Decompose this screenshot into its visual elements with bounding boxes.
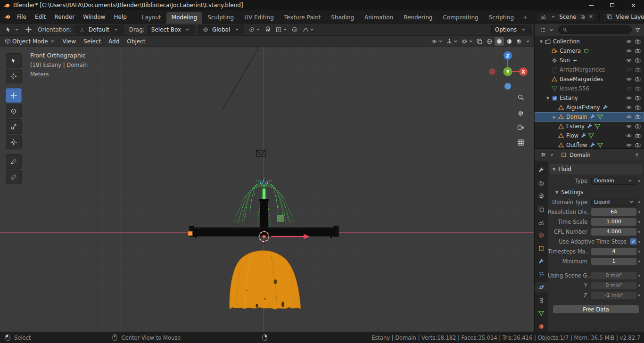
outliner-row-arriatmargarides[interactable]: ArriatMargarides bbox=[535, 65, 644, 74]
eye-icon[interactable] bbox=[625, 113, 633, 121]
eye-icon[interactable] bbox=[625, 132, 633, 139]
transform-space-dropdown[interactable]: Global bbox=[198, 25, 244, 34]
properties-tab-particles[interactable] bbox=[535, 270, 547, 280]
viewport-menu-view[interactable]: View bbox=[59, 37, 80, 46]
proportional-editing-button[interactable] bbox=[290, 25, 299, 34]
navigation-gizmo[interactable]: Z Y X bbox=[486, 50, 531, 95]
animate-dot[interactable] bbox=[636, 261, 642, 262]
viewport-menu-select[interactable]: Select bbox=[80, 37, 105, 46]
camera-render-icon[interactable] bbox=[634, 38, 642, 45]
menu-file[interactable]: File bbox=[13, 12, 31, 22]
resolution-div-field[interactable]: 64 bbox=[591, 208, 636, 216]
outliner-editor-dropdown[interactable] bbox=[537, 25, 556, 34]
fountain-pedestal[interactable] bbox=[260, 200, 268, 229]
mode-dropdown[interactable]: Object Mode bbox=[2, 37, 58, 46]
y-field[interactable]: 0 m/s² bbox=[591, 282, 636, 289]
outliner-row-sun[interactable]: Sun bbox=[535, 56, 644, 65]
shading-wireframe-toggle[interactable] bbox=[485, 37, 494, 46]
eye-off-icon[interactable] bbox=[625, 85, 633, 92]
outliner-row-basemargarides[interactable]: BaseMargarides bbox=[535, 74, 644, 84]
workspace-tab-animation[interactable]: Animation bbox=[359, 12, 398, 24]
animate-dot[interactable] bbox=[636, 180, 642, 182]
unlink-scene-icon[interactable]: ✕ bbox=[589, 14, 593, 20]
properties-tab-scene[interactable] bbox=[535, 217, 547, 228]
workspace-tab-sculpting[interactable]: Sculpting bbox=[202, 12, 239, 24]
eye-off-icon[interactable] bbox=[625, 66, 633, 74]
options-dropdown[interactable]: Options bbox=[491, 25, 531, 34]
properties-tab-output[interactable] bbox=[535, 191, 547, 201]
workspace-tab-compositing[interactable]: Compositing bbox=[438, 12, 483, 24]
gizmos-toggle[interactable] bbox=[445, 37, 459, 46]
eye-icon[interactable] bbox=[625, 75, 633, 83]
outliner-row-collection[interactable]: ▼Collection bbox=[535, 37, 644, 46]
toggle-ortho-button[interactable] bbox=[514, 136, 527, 149]
workspace-tab-layout[interactable]: Layout bbox=[137, 12, 166, 24]
tool-scale-button[interactable] bbox=[6, 119, 22, 134]
fluid-panel-header[interactable]: ▼ Fluid bbox=[550, 164, 642, 174]
properties-tab-view-layer[interactable] bbox=[535, 204, 547, 214]
animate-dot[interactable] bbox=[636, 211, 642, 213]
scene-selector[interactable]: Scene ✕ bbox=[537, 12, 596, 22]
animate-dot[interactable] bbox=[636, 241, 642, 243]
add-workspace-button[interactable]: + bbox=[519, 12, 531, 24]
minimum-field[interactable]: 1 bbox=[591, 258, 636, 265]
camera-render-icon[interactable] bbox=[634, 113, 642, 121]
menu-window[interactable]: Window bbox=[79, 12, 109, 22]
shading-options-toggle[interactable] bbox=[524, 38, 531, 44]
selection-handle[interactable] bbox=[188, 231, 192, 236]
eye-icon[interactable] bbox=[625, 38, 633, 45]
shading-rendered-toggle[interactable] bbox=[514, 37, 524, 46]
properties-tab-world[interactable] bbox=[535, 230, 547, 240]
properties-tab-constraints[interactable] bbox=[535, 295, 547, 306]
properties-tab-render[interactable] bbox=[535, 178, 547, 188]
use-adaptive-time-steps-checkbox[interactable]: ✓ bbox=[630, 238, 636, 245]
workspace-tab-rendering[interactable]: Rendering bbox=[398, 12, 438, 24]
view-layer-selector[interactable]: View Layer ✕ bbox=[603, 12, 644, 22]
menu-help[interactable]: Help bbox=[109, 12, 131, 22]
outliner-row-estany[interactable]: Estany bbox=[535, 122, 644, 131]
workspace-tab-texture-paint[interactable]: Texture Paint bbox=[279, 12, 326, 24]
eye-icon[interactable] bbox=[625, 57, 633, 64]
overlays-toggle[interactable] bbox=[460, 37, 474, 46]
workspace-tab-modeling[interactable]: Modeling bbox=[166, 12, 203, 24]
snap-target-button[interactable] bbox=[274, 25, 289, 34]
outliner-row-flow[interactable]: Flow bbox=[535, 131, 644, 140]
outliner-row-estany[interactable]: ▼Estany bbox=[535, 93, 644, 103]
free-data-button[interactable]: Free Data bbox=[553, 305, 639, 314]
disclosure-icon[interactable]: ▼ bbox=[545, 96, 551, 100]
properties-tab-modifiers[interactable] bbox=[535, 256, 547, 267]
properties-tab-physics[interactable] bbox=[535, 282, 548, 293]
eye-icon[interactable] bbox=[625, 94, 633, 102]
viewport-canvas[interactable] bbox=[0, 47, 534, 332]
pin-icon[interactable] bbox=[633, 151, 641, 159]
gizmo-negx-ball[interactable] bbox=[489, 68, 495, 75]
camera-render-icon[interactable] bbox=[634, 47, 642, 55]
animate-dot[interactable] bbox=[636, 221, 642, 223]
animate-dot[interactable] bbox=[636, 251, 642, 253]
animate-dot[interactable] bbox=[636, 294, 642, 296]
maximize-button[interactable] bbox=[602, 0, 623, 10]
outliner-row-outflow[interactable]: Outflow bbox=[535, 140, 644, 148]
checkbox-checked-icon[interactable] bbox=[551, 94, 558, 102]
pan-hand-button[interactable] bbox=[514, 106, 527, 119]
viewport-menu-object[interactable]: Object bbox=[123, 37, 149, 46]
camera-render-icon[interactable] bbox=[634, 132, 642, 139]
checkbox-unchecked-icon[interactable] bbox=[551, 66, 558, 74]
tool-cursor-button[interactable] bbox=[6, 69, 22, 83]
cfl-number-field[interactable]: 4.000 bbox=[591, 228, 636, 236]
animate-dot[interactable] bbox=[636, 201, 642, 203]
camera-render-icon[interactable] bbox=[634, 104, 642, 111]
camera-view-button[interactable] bbox=[514, 121, 527, 134]
properties-editor-dropdown[interactable] bbox=[538, 150, 557, 160]
eye-icon[interactable] bbox=[625, 141, 633, 148]
orientation-dropdown[interactable]: Default bbox=[74, 25, 124, 34]
shading-solid-toggle[interactable] bbox=[495, 37, 504, 46]
filter-icon[interactable] bbox=[634, 26, 641, 33]
tool-rotate-button[interactable] bbox=[6, 104, 22, 118]
properties-tab-object[interactable] bbox=[535, 243, 547, 253]
camera-render-icon[interactable] bbox=[634, 122, 642, 130]
workspace-tab-shading[interactable]: Shading bbox=[326, 12, 359, 24]
disclosure-icon[interactable]: ▶ bbox=[552, 115, 557, 119]
close-button[interactable]: ✕ bbox=[623, 0, 644, 10]
disclosure-icon[interactable]: ▼ bbox=[538, 40, 544, 44]
